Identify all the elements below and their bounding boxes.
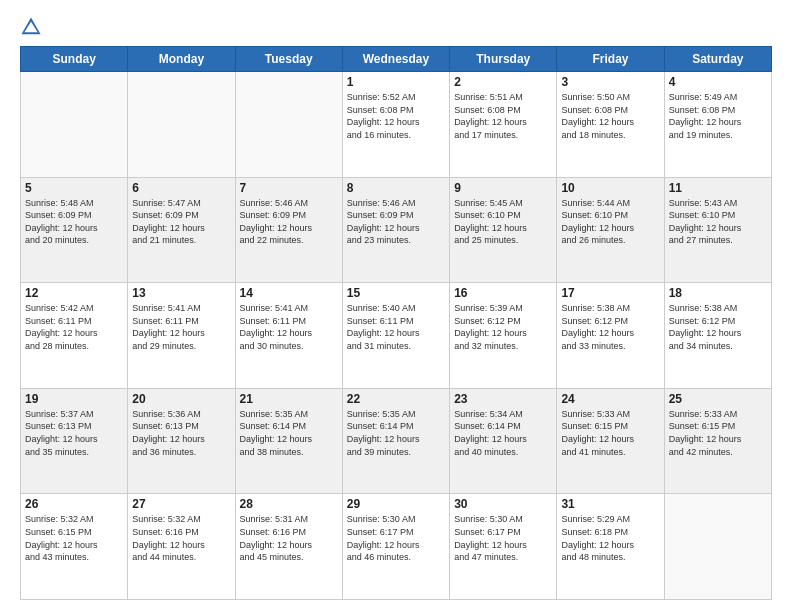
calendar-cell: 6Sunrise: 5:47 AM Sunset: 6:09 PM Daylig… [128,177,235,283]
cell-info: Sunrise: 5:41 AM Sunset: 6:11 PM Dayligh… [132,302,230,352]
calendar-table: SundayMondayTuesdayWednesdayThursdayFrid… [20,46,772,600]
calendar-cell: 3Sunrise: 5:50 AM Sunset: 6:08 PM Daylig… [557,72,664,178]
calendar-header-row: SundayMondayTuesdayWednesdayThursdayFrid… [21,47,772,72]
calendar-cell [128,72,235,178]
day-number: 19 [25,392,123,406]
calendar-cell: 20Sunrise: 5:36 AM Sunset: 6:13 PM Dayli… [128,388,235,494]
day-number: 20 [132,392,230,406]
cell-info: Sunrise: 5:42 AM Sunset: 6:11 PM Dayligh… [25,302,123,352]
weekday-header: Friday [557,47,664,72]
cell-info: Sunrise: 5:46 AM Sunset: 6:09 PM Dayligh… [240,197,338,247]
weekday-header: Tuesday [235,47,342,72]
weekday-header: Thursday [450,47,557,72]
cell-info: Sunrise: 5:44 AM Sunset: 6:10 PM Dayligh… [561,197,659,247]
day-number: 1 [347,75,445,89]
day-number: 15 [347,286,445,300]
cell-info: Sunrise: 5:49 AM Sunset: 6:08 PM Dayligh… [669,91,767,141]
calendar-cell: 18Sunrise: 5:38 AM Sunset: 6:12 PM Dayli… [664,283,771,389]
day-number: 28 [240,497,338,511]
calendar-cell: 23Sunrise: 5:34 AM Sunset: 6:14 PM Dayli… [450,388,557,494]
day-number: 7 [240,181,338,195]
calendar-cell: 5Sunrise: 5:48 AM Sunset: 6:09 PM Daylig… [21,177,128,283]
calendar-cell: 24Sunrise: 5:33 AM Sunset: 6:15 PM Dayli… [557,388,664,494]
cell-info: Sunrise: 5:51 AM Sunset: 6:08 PM Dayligh… [454,91,552,141]
calendar-cell: 7Sunrise: 5:46 AM Sunset: 6:09 PM Daylig… [235,177,342,283]
calendar-cell: 12Sunrise: 5:42 AM Sunset: 6:11 PM Dayli… [21,283,128,389]
calendar-cell [235,72,342,178]
calendar-cell: 27Sunrise: 5:32 AM Sunset: 6:16 PM Dayli… [128,494,235,600]
calendar-cell: 30Sunrise: 5:30 AM Sunset: 6:17 PM Dayli… [450,494,557,600]
calendar-cell [21,72,128,178]
calendar-cell: 2Sunrise: 5:51 AM Sunset: 6:08 PM Daylig… [450,72,557,178]
day-number: 12 [25,286,123,300]
calendar-week-row: 1Sunrise: 5:52 AM Sunset: 6:08 PM Daylig… [21,72,772,178]
day-number: 30 [454,497,552,511]
calendar-cell: 21Sunrise: 5:35 AM Sunset: 6:14 PM Dayli… [235,388,342,494]
day-number: 2 [454,75,552,89]
day-number: 22 [347,392,445,406]
calendar-week-row: 5Sunrise: 5:48 AM Sunset: 6:09 PM Daylig… [21,177,772,283]
weekday-header: Saturday [664,47,771,72]
day-number: 31 [561,497,659,511]
calendar-cell: 13Sunrise: 5:41 AM Sunset: 6:11 PM Dayli… [128,283,235,389]
page: SundayMondayTuesdayWednesdayThursdayFrid… [0,0,792,612]
calendar-cell: 8Sunrise: 5:46 AM Sunset: 6:09 PM Daylig… [342,177,449,283]
day-number: 10 [561,181,659,195]
calendar-cell: 4Sunrise: 5:49 AM Sunset: 6:08 PM Daylig… [664,72,771,178]
top-section [20,16,772,38]
weekday-header: Wednesday [342,47,449,72]
cell-info: Sunrise: 5:47 AM Sunset: 6:09 PM Dayligh… [132,197,230,247]
cell-info: Sunrise: 5:35 AM Sunset: 6:14 PM Dayligh… [240,408,338,458]
cell-info: Sunrise: 5:36 AM Sunset: 6:13 PM Dayligh… [132,408,230,458]
day-number: 27 [132,497,230,511]
logo [20,16,46,38]
cell-info: Sunrise: 5:52 AM Sunset: 6:08 PM Dayligh… [347,91,445,141]
day-number: 3 [561,75,659,89]
cell-info: Sunrise: 5:40 AM Sunset: 6:11 PM Dayligh… [347,302,445,352]
day-number: 11 [669,181,767,195]
calendar-cell: 25Sunrise: 5:33 AM Sunset: 6:15 PM Dayli… [664,388,771,494]
calendar-cell: 22Sunrise: 5:35 AM Sunset: 6:14 PM Dayli… [342,388,449,494]
calendar-cell: 31Sunrise: 5:29 AM Sunset: 6:18 PM Dayli… [557,494,664,600]
calendar-cell: 17Sunrise: 5:38 AM Sunset: 6:12 PM Dayli… [557,283,664,389]
cell-info: Sunrise: 5:29 AM Sunset: 6:18 PM Dayligh… [561,513,659,563]
day-number: 17 [561,286,659,300]
cell-info: Sunrise: 5:41 AM Sunset: 6:11 PM Dayligh… [240,302,338,352]
logo-icon [20,16,42,38]
cell-info: Sunrise: 5:31 AM Sunset: 6:16 PM Dayligh… [240,513,338,563]
calendar-cell: 16Sunrise: 5:39 AM Sunset: 6:12 PM Dayli… [450,283,557,389]
cell-info: Sunrise: 5:35 AM Sunset: 6:14 PM Dayligh… [347,408,445,458]
day-number: 14 [240,286,338,300]
day-number: 16 [454,286,552,300]
day-number: 23 [454,392,552,406]
day-number: 24 [561,392,659,406]
day-number: 8 [347,181,445,195]
cell-info: Sunrise: 5:50 AM Sunset: 6:08 PM Dayligh… [561,91,659,141]
calendar-cell: 11Sunrise: 5:43 AM Sunset: 6:10 PM Dayli… [664,177,771,283]
cell-info: Sunrise: 5:34 AM Sunset: 6:14 PM Dayligh… [454,408,552,458]
cell-info: Sunrise: 5:33 AM Sunset: 6:15 PM Dayligh… [669,408,767,458]
calendar-cell: 10Sunrise: 5:44 AM Sunset: 6:10 PM Dayli… [557,177,664,283]
cell-info: Sunrise: 5:39 AM Sunset: 6:12 PM Dayligh… [454,302,552,352]
cell-info: Sunrise: 5:48 AM Sunset: 6:09 PM Dayligh… [25,197,123,247]
cell-info: Sunrise: 5:46 AM Sunset: 6:09 PM Dayligh… [347,197,445,247]
day-number: 4 [669,75,767,89]
calendar-week-row: 12Sunrise: 5:42 AM Sunset: 6:11 PM Dayli… [21,283,772,389]
calendar-week-row: 26Sunrise: 5:32 AM Sunset: 6:15 PM Dayli… [21,494,772,600]
calendar-cell: 19Sunrise: 5:37 AM Sunset: 6:13 PM Dayli… [21,388,128,494]
day-number: 6 [132,181,230,195]
weekday-header: Monday [128,47,235,72]
calendar-cell: 15Sunrise: 5:40 AM Sunset: 6:11 PM Dayli… [342,283,449,389]
cell-info: Sunrise: 5:32 AM Sunset: 6:15 PM Dayligh… [25,513,123,563]
cell-info: Sunrise: 5:38 AM Sunset: 6:12 PM Dayligh… [669,302,767,352]
day-number: 13 [132,286,230,300]
cell-info: Sunrise: 5:45 AM Sunset: 6:10 PM Dayligh… [454,197,552,247]
cell-info: Sunrise: 5:43 AM Sunset: 6:10 PM Dayligh… [669,197,767,247]
cell-info: Sunrise: 5:33 AM Sunset: 6:15 PM Dayligh… [561,408,659,458]
calendar-cell: 28Sunrise: 5:31 AM Sunset: 6:16 PM Dayli… [235,494,342,600]
day-number: 5 [25,181,123,195]
day-number: 25 [669,392,767,406]
calendar-cell [664,494,771,600]
cell-info: Sunrise: 5:30 AM Sunset: 6:17 PM Dayligh… [454,513,552,563]
calendar-cell: 1Sunrise: 5:52 AM Sunset: 6:08 PM Daylig… [342,72,449,178]
